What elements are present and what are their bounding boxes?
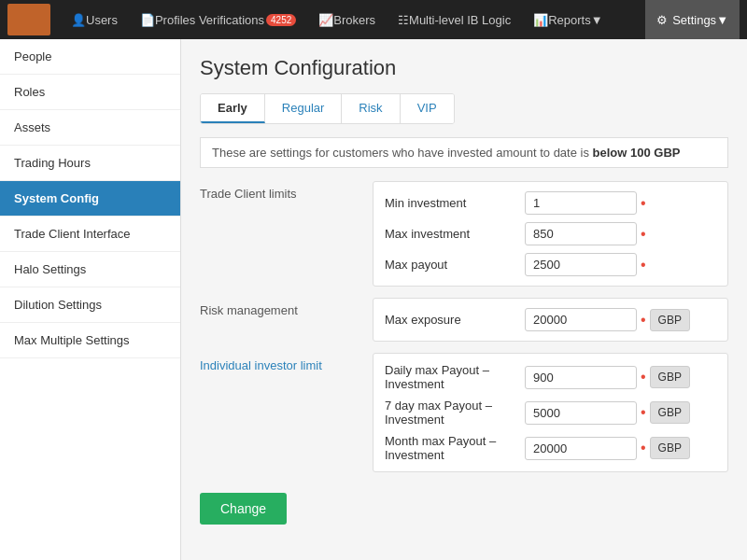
- month-max-payout-label: Month max Payout – Investment: [385, 434, 525, 462]
- min-investment-input[interactable]: [525, 191, 637, 215]
- risk-management-fields: Max exposure • GBP: [373, 298, 728, 342]
- sidebar-item-max-multiple[interactable]: Max Multiple Settings: [0, 323, 180, 358]
- individual-investor-fields: Daily max Payout – Investment • GBP 7 da…: [373, 353, 728, 472]
- max-payout-wrap: •: [525, 253, 646, 276]
- tab-regular[interactable]: Regular: [265, 94, 343, 123]
- sidebar: People Roles Assets Trading Hours System…: [0, 39, 181, 560]
- max-investment-label: Max investment: [385, 227, 525, 241]
- nav-multilevel[interactable]: ☷ Multi-level IB Logic: [387, 0, 522, 39]
- daily-max-payout-label: Daily max Payout – Investment: [385, 363, 525, 391]
- main-layout: People Roles Assets Trading Hours System…: [0, 39, 747, 560]
- 7day-max-payout-currency[interactable]: GBP: [650, 401, 690, 424]
- max-investment-input[interactable]: [525, 222, 637, 245]
- nav-settings[interactable]: ⚙ Settings ▼: [645, 0, 740, 39]
- change-button[interactable]: Change: [200, 493, 287, 525]
- gear-icon: ⚙: [656, 13, 668, 27]
- sidebar-item-system-config[interactable]: System Config: [0, 181, 180, 217]
- profiles-badge: 4252: [266, 14, 296, 26]
- min-investment-required: •: [641, 196, 646, 211]
- month-max-payout-wrap: • GBP: [525, 437, 690, 460]
- min-investment-label: Min investment: [385, 196, 525, 210]
- trade-client-limits-fields: Min investment • Max investment • Max pa…: [373, 181, 728, 287]
- trade-client-limits-label: Trade Client limits: [200, 181, 363, 287]
- max-investment-wrap: •: [525, 222, 646, 245]
- sidebar-item-roles[interactable]: Roles: [0, 75, 180, 110]
- max-exposure-wrap: • GBP: [525, 308, 690, 331]
- daily-max-payout-input[interactable]: [525, 366, 637, 389]
- max-exposure-label: Max exposure: [385, 313, 525, 327]
- tab-risk[interactable]: Risk: [342, 94, 400, 123]
- max-exposure-currency[interactable]: GBP: [650, 309, 690, 331]
- max-exposure-row: Max exposure • GBP: [385, 308, 716, 331]
- page-title: System Configuration: [200, 56, 728, 80]
- trade-client-limits-section: Trade Client limits Min investment • Max…: [200, 181, 728, 287]
- nav-reports[interactable]: 📊 Reports ▼: [522, 0, 613, 39]
- month-max-payout-input[interactable]: [525, 437, 637, 460]
- tabs: Early Regular Risk VIP: [200, 93, 455, 124]
- individual-investor-label: Individual investor limit: [200, 353, 363, 472]
- nav-brokers[interactable]: 📈 Brokers: [307, 0, 387, 39]
- 7day-max-payout-row: 7 day max Payout – Investment • GBP: [385, 399, 716, 427]
- sidebar-item-trading-hours[interactable]: Trading Hours: [0, 146, 180, 181]
- main-content: System Configuration Early Regular Risk …: [181, 39, 747, 560]
- 7day-max-payout-label: 7 day max Payout – Investment: [385, 399, 525, 427]
- info-text: These are settings for customers who hav…: [200, 137, 728, 168]
- sidebar-item-assets[interactable]: Assets: [0, 110, 180, 146]
- info-bold: below 100 GBP: [593, 146, 681, 160]
- tab-vip[interactable]: VIP: [401, 94, 454, 123]
- daily-max-payout-currency[interactable]: GBP: [650, 366, 690, 388]
- sidebar-item-trade-client[interactable]: Trade Client Interface: [0, 217, 180, 252]
- nav-users[interactable]: 👤 Users: [60, 0, 129, 39]
- max-payout-row: Max payout •: [385, 253, 716, 276]
- sidebar-item-dilution[interactable]: Dilution Settings: [0, 287, 180, 323]
- nav-profiles[interactable]: 📄 Profiles Verifications4252: [129, 0, 307, 39]
- month-max-payout-currency[interactable]: GBP: [650, 437, 690, 459]
- risk-management-section: Risk management Max exposure • GBP: [200, 298, 728, 342]
- sidebar-item-people[interactable]: People: [0, 39, 180, 75]
- daily-max-payout-required: •: [641, 370, 646, 385]
- max-payout-input[interactable]: [525, 253, 637, 276]
- 7day-max-payout-input[interactable]: [525, 401, 637, 425]
- max-exposure-input[interactable]: [525, 308, 637, 331]
- 7day-max-payout-wrap: • GBP: [525, 401, 690, 425]
- daily-max-payout-wrap: • GBP: [525, 366, 690, 389]
- month-max-payout-required: •: [641, 441, 646, 455]
- brand-logo: [7, 4, 50, 35]
- top-navigation: 👤 Users 📄 Profiles Verifications4252 📈 B…: [0, 0, 747, 39]
- daily-max-payout-row: Daily max Payout – Investment • GBP: [385, 363, 716, 391]
- risk-management-label: Risk management: [200, 298, 363, 342]
- 7day-max-payout-required: •: [641, 405, 646, 420]
- min-investment-row: Min investment •: [385, 191, 716, 215]
- max-investment-required: •: [641, 227, 646, 242]
- individual-investor-section: Individual investor limit Daily max Payo…: [200, 353, 728, 472]
- min-investment-wrap: •: [525, 191, 646, 215]
- tab-early[interactable]: Early: [201, 94, 265, 123]
- month-max-payout-row: Month max Payout – Investment • GBP: [385, 434, 716, 462]
- max-exposure-required: •: [641, 313, 646, 328]
- max-payout-required: •: [641, 258, 646, 273]
- sidebar-item-halo[interactable]: Halo Settings: [0, 252, 180, 287]
- max-payout-label: Max payout: [385, 258, 525, 272]
- max-investment-row: Max investment •: [385, 222, 716, 245]
